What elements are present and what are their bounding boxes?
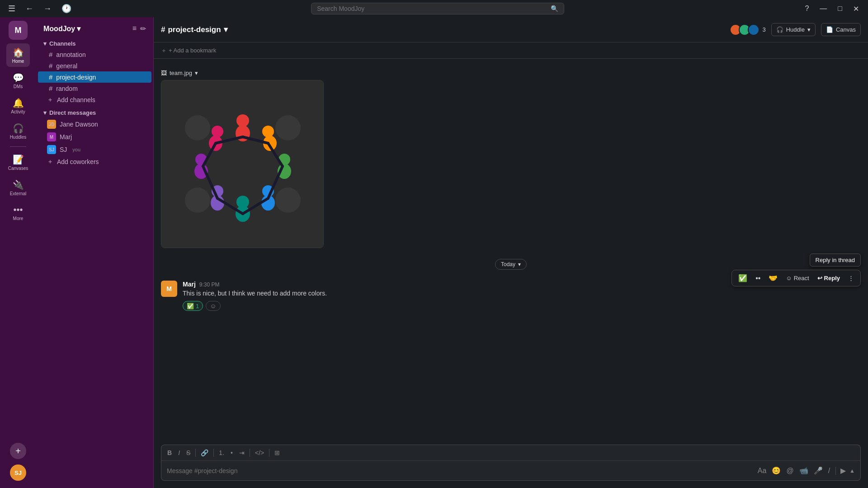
add-channel-button[interactable]: ＋ Add channels <box>36 94 153 106</box>
compose-icon[interactable]: ✏ <box>140 24 146 33</box>
add-coworkers-button[interactable]: ＋ Add coworkers <box>36 156 153 168</box>
format-button[interactable]: Aa <box>757 466 768 476</box>
sidebar-item-general[interactable]: # general <box>38 60 151 71</box>
input-box: Aa 😊 @ 📹 🎤 / ▶ ▲ <box>161 461 861 481</box>
forward-button[interactable]: → <box>41 3 54 14</box>
audio-button[interactable]: 🎤 <box>813 465 824 476</box>
channel-general-label: general <box>56 62 77 70</box>
toolbar-separator-3 <box>250 449 250 457</box>
rail-canvases[interactable]: 📝 Canvases <box>6 150 30 174</box>
rail-external[interactable]: 🔌 External <box>6 176 30 199</box>
dm-sj[interactable]: SJ SJ you <box>36 143 153 156</box>
sidebar-item-random[interactable]: # random <box>38 83 151 94</box>
emoji-button[interactable]: 😊 <box>771 465 782 476</box>
hamburger-icon[interactable]: ☰ <box>5 3 18 14</box>
activity-icon: 🔔 <box>13 98 24 108</box>
add-bookmark-label: + Add a bookmark <box>169 47 216 54</box>
svg-line-26 <box>203 143 216 166</box>
react-button[interactable]: ☺ React <box>782 273 812 283</box>
svg-point-3 <box>275 188 301 213</box>
dm-section-header[interactable]: ▾ Direct messages <box>36 108 153 118</box>
input-separator <box>835 467 836 475</box>
reply-button[interactable]: ↩ Reply <box>814 273 844 283</box>
canvas-button[interactable]: 📄 Canvas <box>821 23 861 36</box>
add-channel-label: Add channels <box>57 96 95 103</box>
hash-icon: # <box>49 62 52 70</box>
hands-emoji: 🤝 <box>769 274 778 282</box>
rail-huddles[interactable]: 🎧 Huddles <box>6 119 30 143</box>
more-actions-button[interactable]: ⋮ <box>844 273 858 283</box>
dm-you-label: you <box>72 147 80 152</box>
send-expand-button[interactable]: ▲ <box>849 468 855 474</box>
members-avatars[interactable]: 3 <box>730 24 765 36</box>
close-button[interactable]: ✕ <box>849 3 863 15</box>
ordered-list-button[interactable]: 1. <box>217 448 226 458</box>
huddle-icon: 🎧 <box>776 26 783 33</box>
filter-icon[interactable]: ≡ <box>132 24 137 33</box>
rail-home-label: Home <box>12 59 24 64</box>
file-header[interactable]: 🖼 team.jpg ▾ <box>161 70 861 76</box>
members-count: 3 <box>762 26 765 33</box>
hands-react-button[interactable]: 🤝 <box>765 272 781 284</box>
italic-button[interactable]: I <box>176 448 182 458</box>
react-icon: ☺ <box>786 275 792 282</box>
rail-dms[interactable]: 💬 DMs <box>6 69 30 92</box>
channel-annotation-label: annotation <box>56 51 85 58</box>
minimize-button[interactable]: — <box>816 3 830 14</box>
message-input[interactable] <box>167 467 757 474</box>
help-button[interactable]: ? <box>801 3 812 14</box>
sidebar-item-annotation[interactable]: # annotation <box>38 49 151 60</box>
checkmark-reaction[interactable]: ✅ 1 <box>183 301 203 311</box>
rail-more[interactable]: ••• More <box>6 201 30 225</box>
rail-home[interactable]: 🏠 Home <box>6 43 30 67</box>
user-avatar[interactable]: SJ <box>10 465 26 481</box>
channels-section-header[interactable]: ▾ Channels <box>36 38 153 49</box>
back-button[interactable]: ← <box>23 3 36 14</box>
dm-jane-dawson[interactable]: JD Jane Dawson <box>36 118 153 131</box>
maximize-button[interactable]: □ <box>834 3 846 14</box>
add-workspace-button[interactable]: + <box>10 443 26 459</box>
checkmark-react-button[interactable]: ✅ <box>735 272 751 284</box>
messages-area[interactable]: 🖼 team.jpg ▾ <box>154 59 868 441</box>
add-reaction-button[interactable]: ☺ <box>206 301 220 311</box>
unordered-list-button[interactable]: • <box>228 448 235 458</box>
shortcut-button[interactable]: / <box>827 466 831 476</box>
workspace-name[interactable]: MoodJoy ▾ <box>43 24 80 33</box>
code-button[interactable]: </> <box>253 448 266 458</box>
dm-marj[interactable]: M Marj <box>36 131 153 143</box>
rail-activity[interactable]: 🔔 Activity <box>6 94 30 117</box>
add-bookmark-button[interactable]: ＋ + Add a bookmark <box>161 47 216 55</box>
marj-name[interactable]: Marj <box>183 281 196 288</box>
rail-huddles-label: Huddles <box>10 135 27 140</box>
search-bar[interactable]: 🔍 <box>311 3 564 14</box>
today-chevron-icon: ▾ <box>518 261 521 267</box>
channels-collapse-icon: ▾ <box>43 40 47 47</box>
dots-emoji: •• <box>755 274 760 282</box>
more-icon: ••• <box>13 205 23 215</box>
channel-title[interactable]: # project-design ▾ <box>161 25 228 34</box>
image-wrapper <box>161 80 324 248</box>
workspace-avatar[interactable]: M <box>9 21 28 40</box>
app: M 🏠 Home 💬 DMs 🔔 Activity 🎧 Huddles 📝 Ca… <box>0 0 868 488</box>
huddle-button[interactable]: 🎧 Huddle ▾ <box>771 23 816 36</box>
mention-button[interactable]: @ <box>785 466 794 476</box>
bold-button[interactable]: B <box>165 448 174 458</box>
link-button[interactable]: 🔗 <box>198 448 211 458</box>
strikethrough-button[interactable]: S <box>184 448 193 458</box>
dots-react-button[interactable]: •• <box>752 272 764 284</box>
search-input[interactable] <box>317 5 547 12</box>
sidebar-header-icons: ≡ ✏ <box>132 24 146 33</box>
dm-sj-avatar: SJ <box>47 145 56 154</box>
checkmark-emoji: ✅ <box>738 274 747 282</box>
send-button[interactable]: ▶ <box>840 466 846 475</box>
indent-button[interactable]: ⇥ <box>237 448 247 458</box>
today-badge[interactable]: Today ▾ <box>495 259 527 270</box>
table-button[interactable]: ⊞ <box>272 448 282 458</box>
video-button[interactable]: 📹 <box>798 465 809 476</box>
history-button[interactable]: 🕐 <box>59 3 74 14</box>
svg-point-18 <box>212 126 223 137</box>
sidebar-item-project-design[interactable]: # project-design <box>38 71 151 83</box>
canvas-icon: 📝 <box>13 154 24 165</box>
file-icon: 🖼 <box>161 70 167 76</box>
hash-icon: # <box>49 84 52 92</box>
